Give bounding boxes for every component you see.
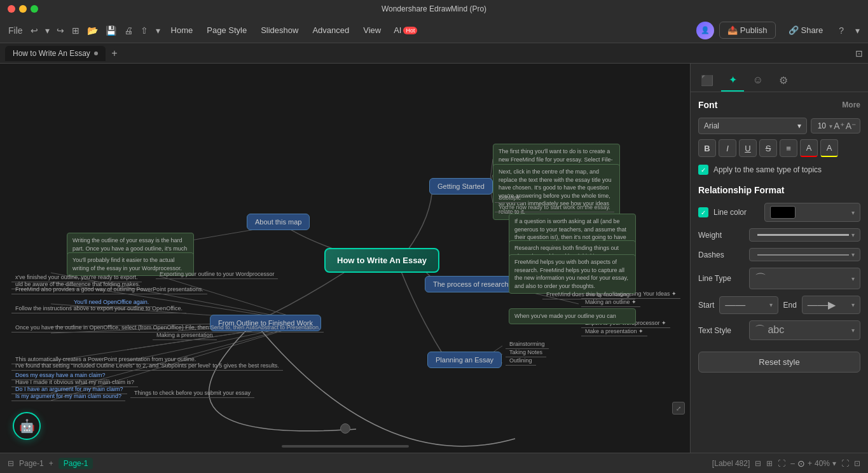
- help-button[interactable]: ?: [836, 23, 847, 38]
- outline-once[interactable]: Once you have the outline in OpenOffice,…: [11, 323, 324, 332]
- save-button[interactable]: 💾: [102, 23, 120, 38]
- view-toggle-1[interactable]: ⊟: [755, 459, 761, 468]
- close-button[interactable]: [8, 5, 15, 13]
- branch-process[interactable]: The process of research: [425, 276, 517, 292]
- export-dropdown[interactable]: ▾: [153, 23, 163, 38]
- branch-process-label: The process of research: [433, 280, 509, 288]
- relationship-format-title: Relationship Format: [698, 185, 860, 195]
- weight-control[interactable]: ▾: [749, 228, 860, 242]
- document-tab[interactable]: How to Write An Essay: [5, 46, 106, 61]
- zoom-plus-button[interactable]: +: [808, 459, 812, 468]
- view-toggle-2[interactable]: ⊞: [766, 459, 773, 468]
- dashes-control[interactable]: ▾: [749, 248, 860, 261]
- view-menu[interactable]: View: [357, 23, 387, 38]
- panel-tab-emoji[interactable]: ☺: [747, 69, 769, 92]
- panel-content: Font More Arial ▾ 10 ▾ A⁺ A⁻ B I U: [691, 92, 868, 380]
- center-node[interactable]: How to Write An Essay: [324, 248, 439, 273]
- panel-tab-settings[interactable]: ⚙: [772, 69, 795, 92]
- sidebar-toggle[interactable]: ⊡: [854, 459, 860, 468]
- resize-handle[interactable]: ⤢: [672, 402, 685, 415]
- italic-button[interactable]: I: [719, 139, 736, 157]
- font-size-decrease[interactable]: A⁻: [846, 121, 856, 131]
- line-color-control[interactable]: ▾: [764, 203, 860, 222]
- highlight-button[interactable]: A: [820, 139, 838, 157]
- outline-levels[interactable]: I've found that setting "Included Outlin…: [11, 361, 283, 371]
- check-4[interactable]: Is my argument for my main claim sound?: [11, 392, 125, 401]
- ai-menu[interactable]: AI Hot: [389, 24, 422, 37]
- undo-button[interactable]: ↩: [27, 23, 41, 38]
- things-check[interactable]: Things to check before you submit your e…: [130, 388, 254, 398]
- branch-planning[interactable]: Planning an Essay: [427, 352, 502, 368]
- page-panel-button[interactable]: ⊟: [8, 459, 14, 468]
- page-style-menu[interactable]: Page Style: [200, 23, 253, 38]
- zoom-minus-button[interactable]: –: [790, 459, 795, 468]
- fullscreen-button[interactable]: ⛶: [841, 459, 849, 468]
- home-menu[interactable]: Home: [165, 23, 200, 38]
- maximize-button[interactable]: [31, 5, 38, 13]
- export-button[interactable]: ⇧: [137, 23, 151, 38]
- process-text-3[interactable]: FreeMind helps you with both aspects of …: [509, 254, 636, 294]
- strikethrough-button[interactable]: S: [759, 139, 777, 157]
- ai-assistant-bubble[interactable]: 🤖: [13, 412, 41, 440]
- horizontal-scrollbar[interactable]: [282, 445, 409, 448]
- font-color-button[interactable]: A: [800, 139, 818, 157]
- text-style-row: Text Style ⌒ abc ▾: [698, 320, 860, 340]
- align-button[interactable]: ≡: [780, 139, 797, 157]
- add-tab-button[interactable]: +: [108, 47, 121, 60]
- line-color-checkbox[interactable]: ✓: [698, 207, 708, 217]
- underline-button[interactable]: U: [739, 139, 757, 157]
- text-style-control[interactable]: ⌒ abc ▾: [749, 320, 860, 340]
- font-name-select[interactable]: Arial ▾: [698, 118, 807, 134]
- window-controls: ⊡: [855, 48, 863, 58]
- line-color-dropdown-arrow: ▾: [851, 209, 855, 216]
- new-file-button[interactable]: ⊞: [69, 23, 83, 38]
- advanced-menu[interactable]: Advanced: [306, 23, 355, 38]
- getting-started-text-3[interactable]: You're now ready to start work on the es…: [495, 203, 614, 212]
- scroll-handle[interactable]: [340, 423, 350, 434]
- text-style-dropdown-arrow: ▾: [851, 327, 855, 334]
- end-control[interactable]: ——▶ ▾: [802, 296, 860, 314]
- minimize-button[interactable]: [19, 5, 27, 13]
- branch-getting-started[interactable]: Getting Started: [429, 178, 493, 195]
- panel-tab-ai[interactable]: ✦: [721, 69, 744, 92]
- zoom-slider-icon[interactable]: ⊙: [797, 458, 805, 469]
- canvas-area[interactable]: How to Write An Essay About this map Fro…: [0, 64, 690, 453]
- getting-started-subtopic[interactable]: Subtopic: [495, 193, 525, 203]
- font-more-button[interactable]: More: [842, 100, 860, 109]
- avatar[interactable]: 👤: [696, 22, 714, 39]
- add-page-button[interactable]: +: [49, 459, 53, 468]
- print-button[interactable]: 🖨: [121, 23, 136, 38]
- line-type-control[interactable]: ⌒ ▾: [749, 268, 860, 289]
- more-button[interactable]: ▾: [852, 23, 863, 38]
- view-toggle-3[interactable]: ⛶: [778, 459, 785, 468]
- window-icon[interactable]: ⊡: [855, 48, 863, 58]
- zoom-dropdown[interactable]: ▾: [832, 459, 836, 468]
- branch-about[interactable]: About this map: [247, 214, 310, 230]
- freemind-does[interactable]: FreeMind does this by facilitating:: [542, 290, 635, 299]
- share-button[interactable]: 🔗 Share: [781, 22, 831, 38]
- publish-button[interactable]: 📤 Publish: [719, 22, 776, 39]
- apply-same-checkbox[interactable]: ✓: [698, 165, 708, 175]
- font-size-increase[interactable]: A⁺: [834, 121, 844, 131]
- open-file-button[interactable]: 📂: [84, 23, 101, 38]
- slideshow-menu[interactable]: Slideshow: [254, 23, 305, 38]
- outline-follow[interactable]: Follow the instructions above to export …: [11, 304, 186, 313]
- file-menu[interactable]: File: [5, 23, 26, 38]
- weight-dropdown-arrow: ▾: [851, 231, 855, 238]
- ai-label: AI: [394, 25, 401, 35]
- font-section-title: Font More: [698, 100, 860, 110]
- outline-export[interactable]: Exporting your outline to your Wordproce…: [156, 270, 278, 279]
- page-tab-active[interactable]: Page-1: [59, 458, 93, 469]
- process-sub-7[interactable]: Make a presentation ✦: [581, 327, 647, 336]
- bold-button[interactable]: B: [698, 139, 716, 157]
- branch-about-label: About this map: [255, 218, 301, 226]
- start-control[interactable]: —— ▾: [719, 296, 778, 314]
- undo-dropdown[interactable]: ▾: [42, 23, 53, 38]
- freemind-provides[interactable]: FreeMind also provides a good way of out…: [11, 285, 207, 294]
- planning-sub-3[interactable]: Outlining: [506, 356, 536, 366]
- center-node-label: How to Write An Essay: [337, 256, 427, 265]
- reset-style-button[interactable]: Reset style: [698, 352, 860, 373]
- redo-button[interactable]: ↪: [53, 23, 67, 38]
- process-when[interactable]: When you've made your outline you can: [509, 308, 636, 324]
- panel-tab-style[interactable]: ⬛: [696, 69, 719, 92]
